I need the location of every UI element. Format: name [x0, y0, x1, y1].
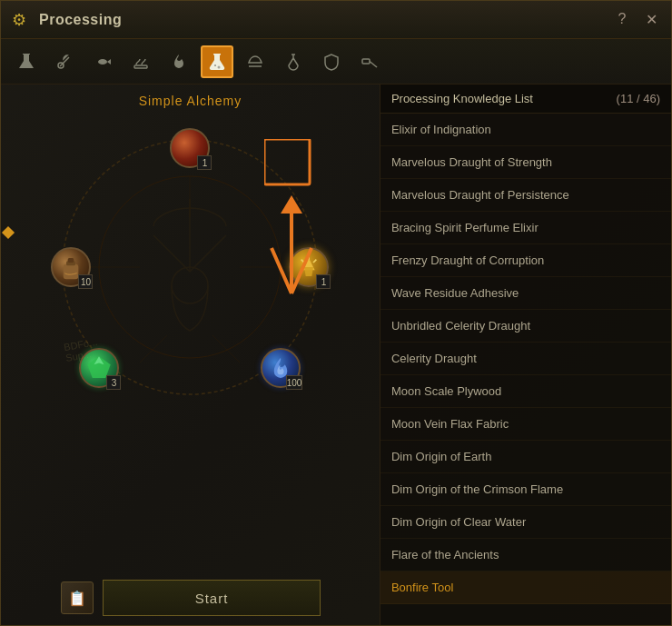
book-icon[interactable]: 📋	[61, 581, 94, 614]
left-panel: Simple Alchemy	[1, 84, 380, 625]
slot-left[interactable]: 10	[51, 247, 91, 287]
slot-bottom-right[interactable]: 100	[261, 348, 301, 388]
title-buttons: ? ✕	[613, 11, 660, 28]
list-item[interactable]: Wave Residue Adhesive	[380, 277, 671, 310]
list-item[interactable]: Marvelous Draught of Strength	[380, 146, 671, 179]
flask-toolbar-icon[interactable]	[10, 45, 43, 78]
list-item[interactable]: Dim Origin of Clear Water	[380, 506, 671, 539]
list-item[interactable]: Unbridled Celerity Draught	[380, 310, 671, 343]
window-title: Processing	[39, 12, 613, 28]
svg-line-8	[370, 61, 377, 67]
list-item[interactable]: Dim Origin of Earth	[380, 441, 671, 473]
list-item[interactable]: Dim Origin of the Crimson Flame	[380, 473, 671, 506]
list-item[interactable]: Elixir of Indignation	[380, 114, 671, 146]
slot-right-badge: 1	[316, 274, 331, 289]
toolbar	[1, 39, 671, 84]
svg-rect-0	[23, 54, 30, 55]
processing-window: ⚙ Processing ? ✕	[0, 0, 672, 626]
svg-line-23	[313, 260, 316, 263]
svg-rect-17	[64, 264, 79, 280]
axe-toolbar-icon[interactable]	[48, 45, 81, 78]
cook-toolbar-icon[interactable]	[124, 45, 157, 78]
alchemy-circle: 1 10	[49, 126, 331, 408]
slot-right[interactable]: 1	[289, 247, 329, 287]
list-item[interactable]: Celerity Draught	[380, 343, 671, 375]
list-item[interactable]: Bracing Spirit Perfume Elixir	[380, 212, 671, 244]
close-button[interactable]: ✕	[642, 11, 660, 28]
slot-top-badge: 1	[197, 155, 212, 170]
svg-line-15	[140, 335, 167, 363]
list-title: Processing Knowledge List	[391, 92, 533, 105]
hammer-toolbar-icon[interactable]	[353, 45, 386, 78]
alchemy-title: Simple Alchemy	[139, 94, 242, 108]
list-item[interactable]: Marvelous Draught of Persistence	[380, 179, 671, 212]
help-button[interactable]: ?	[613, 11, 631, 28]
window-icon: ⚙	[12, 10, 32, 30]
hat-toolbar-icon[interactable]	[239, 45, 272, 78]
title-bar: ⚙ Processing ? ✕	[1, 1, 671, 39]
slot-top[interactable]: 1	[170, 128, 210, 168]
list-count: (11 / 46)	[617, 92, 660, 105]
svg-line-16	[212, 335, 240, 363]
svg-marker-21	[304, 267, 313, 276]
slot-bottom-left-badge: 3	[106, 375, 121, 390]
svg-point-5	[214, 65, 216, 66]
svg-point-6	[218, 65, 221, 68]
svg-rect-7	[362, 59, 370, 64]
list-header: Processing Knowledge List (11 / 46)	[380, 84, 671, 114]
slot-bottom-left[interactable]: 3	[79, 348, 119, 388]
start-button-area: 📋 Start	[1, 580, 380, 616]
svg-rect-3	[134, 65, 147, 68]
svg-rect-19	[68, 258, 74, 263]
slot-left-badge: 10	[78, 274, 93, 289]
slot-bottom-right-badge: 100	[286, 375, 303, 390]
list-item[interactable]: Flare of the Ancients	[380, 539, 671, 571]
start-button[interactable]: Start	[103, 580, 321, 616]
knowledge-list: Elixir of IndignationMarvelous Draught o…	[380, 114, 671, 625]
list-item[interactable]: Frenzy Draught of Corruption	[380, 244, 671, 277]
svg-line-24	[301, 260, 304, 263]
svg-rect-4	[213, 54, 221, 55]
right-panel: Processing Knowledge List (11 / 46) Elix…	[380, 84, 671, 625]
fish-toolbar-icon[interactable]	[86, 45, 119, 78]
list-item[interactable]: Moon Scale Plywood	[380, 375, 671, 408]
svg-point-2	[98, 59, 107, 65]
shield-toolbar-icon[interactable]	[315, 45, 348, 78]
main-content: Simple Alchemy	[1, 84, 671, 625]
diamond-marker	[2, 226, 15, 239]
flame-toolbar-icon[interactable]	[163, 45, 195, 78]
alchemy-toolbar-icon[interactable]	[201, 45, 233, 78]
list-item[interactable]: Moon Vein Flax Fabric	[380, 408, 671, 441]
list-item[interactable]: Bonfire Tool	[380, 571, 671, 604]
potion-toolbar-icon[interactable]	[277, 45, 310, 78]
